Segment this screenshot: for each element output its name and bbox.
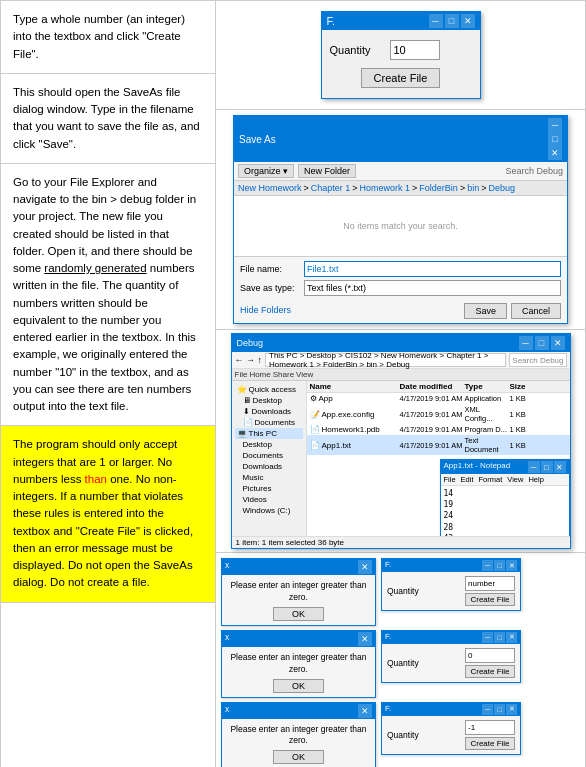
- save-btn[interactable]: Save: [464, 303, 507, 319]
- nav-bin[interactable]: bin: [467, 183, 479, 193]
- quantity-input[interactable]: [390, 40, 440, 60]
- sidebar-desktop2[interactable]: Desktop: [235, 439, 303, 450]
- explorer-maximize-btn[interactable]: □: [535, 336, 549, 350]
- sidebar-this-pc[interactable]: 💻 This PC: [235, 428, 303, 439]
- file-date-app: 4/17/2019 9:01 AM: [400, 394, 465, 403]
- nav-new-homework[interactable]: New Homework: [238, 183, 302, 193]
- small-title-btns-2: ─ □ ✕: [482, 632, 517, 643]
- sidebar-desktop[interactable]: 🖥 Desktop: [235, 395, 303, 406]
- dialog-titlebar: F. ─ □ ✕: [322, 12, 480, 30]
- error-ok-btn-3[interactable]: OK: [273, 750, 324, 764]
- sidebar-downloads2[interactable]: Downloads: [235, 461, 303, 472]
- error-msg-3: Please enter an integer greater than zer…: [230, 724, 366, 746]
- file-type-config: XML Config...: [465, 405, 510, 423]
- sidebar-videos[interactable]: Videos: [235, 494, 303, 505]
- sidebar-documents[interactable]: 📄 Documents: [235, 417, 303, 428]
- quantity-row: Quantity: [330, 40, 472, 60]
- explorer-outer: Debug ─ □ ✕ ← → ↑ This PC > Desktop > CI…: [231, 333, 571, 549]
- nav2-home[interactable]: Home: [249, 370, 270, 379]
- dialog-body: Quantity Create File: [322, 30, 480, 98]
- file-date-config: 4/17/2019 9:01 AM: [400, 410, 465, 419]
- file-date-txt: 4/17/2019 9:01 AM: [400, 441, 465, 450]
- notepad-maximize-btn[interactable]: □: [541, 461, 553, 473]
- menu-file[interactable]: File: [444, 475, 456, 484]
- error-ok-btn-2[interactable]: OK: [273, 679, 324, 693]
- small-body-1: Quantity Create File: [382, 572, 520, 610]
- notepad-minimize-btn[interactable]: ─: [528, 461, 540, 473]
- explorer-titlebar: Debug ─ □ ✕: [232, 334, 570, 352]
- error-body-1: Please enter an integer greater than zer…: [222, 575, 375, 607]
- maximize-button[interactable]: □: [445, 14, 459, 28]
- small-titlebar-2: F. ─ □ ✕: [382, 631, 520, 644]
- menu-help[interactable]: Help: [528, 475, 543, 484]
- s1-max[interactable]: □: [494, 560, 505, 571]
- right-section-1: F. ─ □ ✕ Quantity Create File: [216, 1, 585, 110]
- new-folder-btn[interactable]: New Folder: [298, 164, 356, 178]
- error-close-2[interactable]: ✕: [358, 632, 372, 646]
- small-create-btn-2[interactable]: Create File: [465, 665, 515, 678]
- nav2-share[interactable]: Share: [273, 370, 294, 379]
- hide-folders-link[interactable]: Hide Folders: [240, 305, 291, 315]
- col-name: Name: [310, 382, 400, 391]
- small-create-btn-3[interactable]: Create File: [465, 737, 515, 750]
- small-dialog-1: F. ─ □ ✕ Quantity Create File: [381, 558, 521, 611]
- error-ok-btn-1[interactable]: OK: [273, 607, 324, 621]
- saveas-minimize-btn[interactable]: ─: [548, 118, 562, 132]
- s2-close[interactable]: ✕: [506, 632, 517, 643]
- s3-min[interactable]: ─: [482, 704, 493, 715]
- search-debug: Search Debug: [509, 353, 566, 367]
- cancel-btn[interactable]: Cancel: [511, 303, 561, 319]
- small-qty-input-3[interactable]: [465, 720, 515, 735]
- nav2-view[interactable]: View: [296, 370, 313, 379]
- sidebar-quick-access[interactable]: ⭐ Quick access: [235, 384, 303, 395]
- s2-max[interactable]: □: [494, 632, 505, 643]
- explorer-minimize-btn[interactable]: ─: [519, 336, 533, 350]
- file-row-config[interactable]: 📝App.exe.config 4/17/2019 9:01 AM XML Co…: [307, 404, 570, 424]
- right-section-2: Save As ─ □ ✕ Organize ▾ New Folder Sear…: [216, 110, 585, 330]
- sidebar-pictures[interactable]: Pictures: [235, 483, 303, 494]
- small-create-btn-1[interactable]: Create File: [465, 593, 515, 606]
- saveas-maximize-btn[interactable]: □: [548, 132, 562, 146]
- s3-max[interactable]: □: [494, 704, 505, 715]
- notepad-close-btn[interactable]: ✕: [554, 461, 566, 473]
- close-button[interactable]: ✕: [461, 14, 475, 28]
- saveas-type-input[interactable]: [304, 280, 561, 296]
- file-row-txt[interactable]: 📄App1.txt 4/17/2019 9:01 AM Text Documen…: [307, 435, 570, 455]
- notepad-content: 14 19 24 28 42 37 11 56 47 13: [441, 486, 569, 536]
- menu-edit[interactable]: Edit: [461, 475, 474, 484]
- saveas-content: No items match your search.: [234, 196, 567, 256]
- sidebar-documents2[interactable]: Documents: [235, 450, 303, 461]
- nav-chapter1[interactable]: Chapter 1: [311, 183, 351, 193]
- error-msg-1: Please enter an integer greater than zer…: [230, 580, 366, 602]
- saveas-close-btn[interactable]: ✕: [548, 146, 562, 160]
- small-qty-label-2: Quantity: [387, 658, 461, 668]
- nav-debug[interactable]: Debug: [488, 183, 515, 193]
- col-size: Size: [510, 382, 567, 391]
- right-section-3: Debug ─ □ ✕ ← → ↑ This PC > Desktop > CI…: [216, 330, 585, 553]
- s3-close[interactable]: ✕: [506, 704, 517, 715]
- organize-btn[interactable]: Organize ▾: [238, 164, 294, 178]
- filename-input[interactable]: [304, 261, 561, 277]
- small-qty-input-1[interactable]: [465, 576, 515, 591]
- s1-min[interactable]: ─: [482, 560, 493, 571]
- menu-view[interactable]: View: [507, 475, 523, 484]
- explorer-close-btn[interactable]: ✕: [551, 336, 565, 350]
- nav-homework1[interactable]: Homework 1: [360, 183, 411, 193]
- section4-text: The program should only accept integers …: [13, 438, 193, 588]
- sidebar-windows-c[interactable]: Windows (C:): [235, 505, 303, 516]
- error-close-1[interactable]: ✕: [358, 560, 372, 574]
- small-qty-input-2[interactable]: [465, 648, 515, 663]
- file-row-pdb[interactable]: 📄Homework1.pdb 4/17/2019 9:01 AM Program…: [307, 424, 570, 435]
- file-row-app[interactable]: ⚙App 4/17/2019 9:01 AM Application 1 KB: [307, 393, 570, 404]
- nav2-file[interactable]: File: [235, 370, 248, 379]
- minimize-button[interactable]: ─: [429, 14, 443, 28]
- s2-min[interactable]: ─: [482, 632, 493, 643]
- menu-format[interactable]: Format: [479, 475, 503, 484]
- nav-folderbin[interactable]: FolderBin: [419, 183, 458, 193]
- sidebar-downloads[interactable]: ⬇ Downloads: [235, 406, 303, 417]
- error-close-3[interactable]: ✕: [358, 704, 372, 718]
- left-section-1: Type a whole number (an integer) into th…: [1, 1, 215, 74]
- s1-close[interactable]: ✕: [506, 560, 517, 571]
- sidebar-music[interactable]: Music: [235, 472, 303, 483]
- create-file-button[interactable]: Create File: [361, 68, 441, 88]
